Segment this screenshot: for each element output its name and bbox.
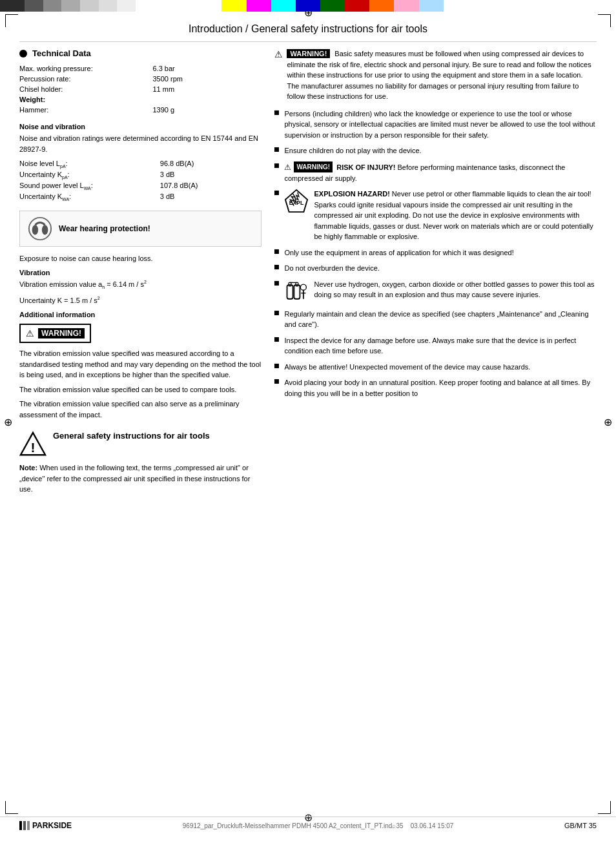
table-row: Uncertainty KpA: 3 dB	[19, 169, 262, 180]
main-warning-triangle-icon: ⚠	[274, 49, 283, 59]
main-warning-label: WARNING!	[287, 49, 330, 58]
svg-rect-9	[289, 282, 292, 286]
bullet-icon	[274, 379, 279, 384]
list-item-explosion: EXPL EXPLOSION HAZARD! Never use petrol …	[274, 189, 597, 242]
logo-text: PARKSIDE	[32, 821, 72, 830]
file-date: 03.06.14 15:07	[411, 822, 454, 829]
reg-mark-right: ⊕	[604, 415, 612, 428]
corner-mark-tl	[5, 14, 18, 27]
list-item: Always be attentive! Unexpected movement…	[274, 362, 597, 373]
bullet-icon	[274, 249, 279, 254]
bullet-icon	[274, 191, 279, 195]
hearing-exposure-text: Exposure to noise can cause hearing loss…	[19, 253, 262, 264]
list-item-text: Inspect the device for any damage before…	[284, 335, 597, 357]
explosion-content: EXPL EXPLOSION HAZARD! Never use petrol …	[284, 189, 597, 242]
parkside-logo: PARKSIDE	[19, 821, 72, 830]
corner-mark-br	[598, 801, 611, 814]
general-safety-box: ! General safety instructions for air to…	[19, 430, 262, 457]
list-item-gas: Never use hydrogen, oxygen, carbon dioxi…	[274, 279, 597, 304]
bullet-icon	[274, 265, 279, 269]
parkside-stripes-icon	[19, 821, 30, 830]
list-item: Persons (including children) who lack th…	[274, 109, 597, 141]
svg-text:!: !	[31, 441, 36, 455]
warning-box: ⚠ WARNING!	[19, 324, 91, 343]
list-item: Regularly maintain and clean the device …	[274, 309, 597, 330]
right-column: ⚠ WARNING! Basic safety measures must be…	[274, 48, 597, 499]
list-item-text: Always be attentive! Unexpected movement…	[284, 362, 530, 373]
table-row: Chisel holder: 11 mm	[19, 84, 262, 94]
hearing-protection-icon	[28, 216, 52, 241]
risk-warning-box: ⚠ WARNING!	[284, 161, 333, 173]
list-item: Avoid placing your body in an unnatural …	[274, 377, 597, 399]
table-row: Sound power level LWA: 107.8 dB(A)	[19, 180, 262, 191]
table-row: Uncertainty KWA: 3 dB	[19, 192, 262, 203]
bullet-icon	[274, 364, 279, 368]
bullet-icon	[274, 337, 279, 342]
reg-mark-left: ⊕	[4, 415, 12, 428]
corner-mark-tr	[598, 14, 611, 27]
main-content: Technical Data Max. working pressure: 6.…	[0, 42, 616, 499]
svg-rect-7	[287, 285, 293, 299]
list-item-text: Persons (including children) who lack th…	[284, 109, 597, 141]
risk-warning-label: WARNING!	[294, 161, 333, 172]
svg-point-1	[32, 225, 39, 234]
table-row: Max. working pressure: 6.3 bar	[19, 63, 262, 74]
technical-data-heading: Technical Data	[19, 48, 262, 58]
noise-vibration-heading: Noise and vibration	[19, 123, 262, 130]
list-item-text: Ensure children do not play with the dev…	[284, 145, 421, 156]
noise-data-table: Noise level LpA: 96.8 dB(A) Uncertainty …	[19, 158, 262, 203]
safety-bullet-list: Persons (including children) who lack th…	[274, 109, 597, 399]
list-item: Ensure children do not play with the dev…	[274, 145, 597, 156]
warning-triangle-icon: ⚠	[26, 328, 34, 338]
corner-mark-bl	[5, 801, 18, 814]
bullet-icon	[274, 281, 279, 286]
gas-text: Never use hydrogen, oxygen, carbon dioxi…	[314, 279, 597, 300]
explosion-text: EXPLOSION HAZARD! Never use petrol or ot…	[314, 189, 597, 242]
list-item: Inspect the device for any damage before…	[274, 335, 597, 357]
list-item-text: Do not overburden the device.	[284, 263, 379, 274]
left-column: Technical Data Max. working pressure: 6.…	[19, 48, 262, 499]
color-bar	[0, 0, 616, 12]
technical-data-table: Max. working pressure: 6.3 bar Percussio…	[19, 63, 262, 115]
page-number: GB/MT 35	[564, 822, 597, 829]
gas-hazard-icon	[284, 279, 309, 304]
svg-point-12	[301, 284, 307, 290]
list-item-text: Regularly maintain and clean the device …	[284, 309, 597, 330]
warning-text-3: The vibration emission value specified c…	[19, 399, 262, 420]
bullet-icon	[274, 163, 279, 168]
risk-triangle-icon: ⚠	[284, 161, 291, 173]
note-text: Note: When used in the following text, t…	[19, 463, 262, 495]
main-warning-content: WARNING! Basic safety measures must be f…	[287, 48, 597, 102]
table-row: Percussion rate: 3500 rpm	[19, 74, 262, 84]
main-warning-box: ⚠ WARNING! Basic safety measures must be…	[274, 48, 597, 102]
hearing-protection-label: Wear hearing protection!	[59, 224, 150, 233]
explosion-hazard-icon: EXPL	[284, 189, 309, 213]
footer-file-info: 96912_par_Druckluft-Meisselhammer PDMH 4…	[183, 822, 454, 829]
safety-warning-icon: !	[19, 430, 46, 457]
table-row: Noise level LpA: 96.8 dB(A)	[19, 158, 262, 169]
warning-text-1: The vibration emission value specified w…	[19, 348, 262, 380]
bullet-icon	[274, 110, 279, 115]
list-item: Do not overburden the device.	[274, 263, 597, 274]
svg-point-2	[42, 225, 48, 234]
vibration-heading: Vibration	[19, 269, 262, 276]
list-item-text: ⚠ WARNING! RISK OF INJURY! Before perfor…	[284, 161, 597, 184]
hearing-protection-box: Wear hearing protection!	[19, 211, 262, 247]
svg-rect-8	[294, 285, 300, 299]
warning-text-2: The vibration emission value specified c…	[19, 384, 262, 395]
additional-info-heading: Additional information	[19, 311, 262, 318]
page-footer: PARKSIDE 96912_par_Druckluft-Meisselhamm…	[0, 817, 616, 830]
vibration-line2: Uncertainty K = 1.5 m / s2	[19, 295, 262, 306]
svg-rect-10	[296, 282, 299, 286]
main-warning-text: Basic safety measures must be followed w…	[287, 50, 591, 100]
list-item: Only use the equipment in areas of appli…	[274, 247, 597, 258]
noise-vibration-text: Noise and vibration ratings were determi…	[19, 133, 262, 154]
list-item-text: Only use the equipment in areas of appli…	[284, 247, 513, 258]
gas-content: Never use hydrogen, oxygen, carbon dioxi…	[284, 279, 597, 304]
general-safety-title: General safety instructions for air tool…	[53, 430, 210, 442]
table-row: Hammer: 1390 g	[19, 105, 262, 115]
page-title: Introduction / General safety instructio…	[189, 23, 427, 34]
list-item-warning: ⚠ WARNING! RISK OF INJURY! Before perfor…	[274, 161, 597, 184]
list-item-text: Avoid placing your body in an unnatural …	[284, 377, 597, 399]
file-name: 96912_par_Druckluft-Meisselhammer PDMH 4…	[183, 822, 404, 829]
